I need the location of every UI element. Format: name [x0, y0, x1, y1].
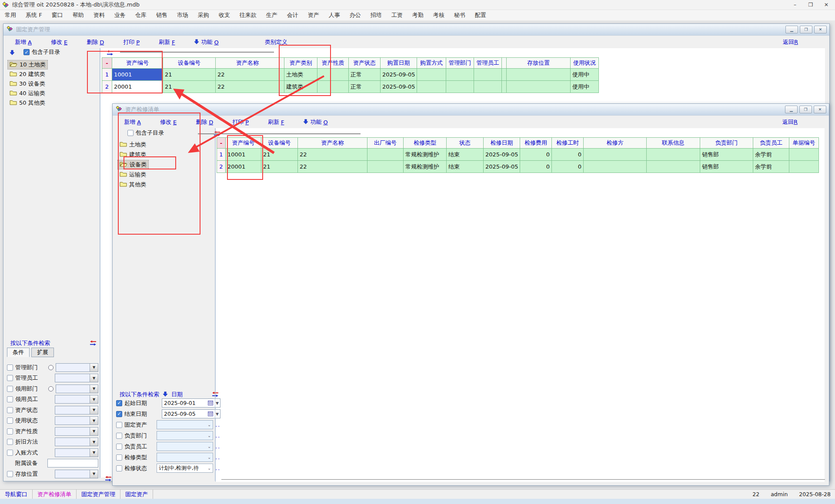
chevron-down-icon[interactable]: ▼: [216, 412, 219, 416]
combo-box[interactable]: ▼: [55, 395, 98, 404]
dropdown-arrow-icon[interactable]: ▼: [90, 385, 98, 393]
table-cell[interactable]: [506, 80, 571, 93]
table-cell[interactable]: 22: [297, 148, 367, 161]
dropdown-arrow-icon[interactable]: ▼: [90, 438, 98, 446]
checkbox-icon[interactable]: [7, 386, 13, 392]
window1-toolbar-O[interactable]: 功能O: [194, 38, 218, 46]
table-cell[interactable]: 正常: [348, 68, 381, 81]
table-cell[interactable]: 0: [520, 148, 552, 161]
table-cell[interactable]: 结束: [446, 148, 484, 161]
tab-0[interactable]: 条件: [7, 348, 30, 357]
checkbox-icon[interactable]: [7, 365, 13, 371]
dropdown-arrow-icon[interactable]: ▼: [90, 449, 98, 457]
dropdown-arrow-icon[interactable]: ▼: [90, 428, 98, 435]
table-cell[interactable]: [583, 148, 647, 161]
table-cell[interactable]: [506, 68, 571, 81]
window2-toolbar-E[interactable]: 修改E: [160, 118, 177, 126]
checkbox-icon[interactable]: [7, 407, 13, 413]
menu-item-1[interactable]: 系统 F: [21, 10, 47, 20]
combo-box[interactable]: ▼: [55, 438, 98, 446]
table-cell[interactable]: 0: [520, 160, 552, 173]
column-header[interactable]: 负责部门: [700, 137, 753, 149]
pane-separator[interactable]: [100, 48, 100, 478]
table-cell[interactable]: [317, 80, 349, 93]
column-header[interactable]: 状态: [446, 137, 484, 149]
menu-item-21[interactable]: 秘书: [449, 10, 470, 20]
column-header[interactable]: 资产类别: [284, 57, 317, 69]
table-cell[interactable]: 0: [551, 148, 584, 161]
radio-icon[interactable]: [48, 386, 53, 391]
window2-tree-item-0[interactable]: 土地类: [118, 140, 148, 149]
more-button[interactable]: ..: [215, 444, 220, 450]
window1-toolbar-A[interactable]: 新增A: [15, 38, 32, 46]
table-cell[interactable]: [367, 148, 404, 161]
dropdown-arrow-icon[interactable]: ▼: [90, 417, 98, 424]
window2-toolbar-O[interactable]: 功能O: [303, 118, 327, 126]
date-input[interactable]: 2025-09-05▼: [162, 409, 220, 418]
menu-item-12[interactable]: 生产: [261, 10, 282, 20]
menu-item-10[interactable]: 收支: [214, 10, 235, 20]
status-tab-2[interactable]: 固定资产管理: [77, 490, 120, 499]
column-header[interactable]: 检修方: [583, 137, 647, 149]
table-cell[interactable]: 使用中: [570, 68, 599, 81]
menu-item-7[interactable]: 销售: [151, 10, 172, 20]
table-cell[interactable]: 建筑类: [284, 80, 317, 93]
table-cell[interactable]: 21: [163, 68, 216, 81]
menu-item-4[interactable]: 资料: [89, 10, 110, 20]
checkbox-icon[interactable]: [7, 450, 13, 456]
checkbox-icon[interactable]: [116, 465, 122, 471]
combo-box[interactable]: ▼: [55, 448, 98, 457]
checkbox-icon[interactable]: [116, 422, 122, 428]
checkbox-icon[interactable]: [7, 396, 13, 402]
checkbox-icon[interactable]: [116, 433, 122, 439]
table-cell[interactable]: [446, 80, 474, 93]
checkbox-icon[interactable]: [7, 418, 13, 424]
table-cell[interactable]: 2025-09-05: [483, 160, 520, 173]
table-cell[interactable]: 22: [297, 160, 367, 173]
window2-toolbar-P[interactable]: 打印P: [232, 118, 249, 126]
table-cell[interactable]: 余学前: [753, 148, 789, 161]
window2-toolbar-D[interactable]: 删除D: [196, 118, 213, 126]
combo-box[interactable]: ▼: [56, 363, 98, 372]
table-cell[interactable]: [317, 68, 349, 81]
dropdown-arrow-icon[interactable]: ▼: [90, 470, 98, 478]
column-header[interactable]: 负责员工: [753, 137, 789, 149]
window1-toolbar-E[interactable]: 修改E: [51, 38, 67, 46]
window1-tree-item-1[interactable]: 20 建筑类: [8, 70, 47, 79]
table-cell[interactable]: [646, 160, 700, 173]
checkbox-icon[interactable]: [7, 375, 13, 381]
combo-box[interactable]: ▼: [56, 385, 98, 393]
radio-icon[interactable]: [48, 365, 53, 370]
window2-tree-item-2[interactable]: 设备类: [118, 160, 148, 169]
window1-toolbar-D[interactable]: 删除D: [87, 38, 104, 46]
table-cell[interactable]: 余学前: [753, 160, 789, 173]
window2-grip-line[interactable]: [198, 133, 361, 134]
window-close-button[interactable]: ✕: [814, 106, 826, 113]
table-cell[interactable]: [474, 80, 502, 93]
table-cell[interactable]: 22: [215, 68, 280, 81]
checkbox-icon[interactable]: ✓: [23, 49, 30, 55]
combo-box[interactable]: ⌄: [157, 431, 213, 440]
window1-tree-item-2[interactable]: 30 设备类: [8, 80, 47, 88]
dropdown-arrow-icon[interactable]: ▼: [90, 395, 98, 403]
combo-box[interactable]: 计划中,检测中,待⌄: [157, 464, 213, 473]
window1-include-sub-checkbox[interactable]: ✓包含子目录: [23, 48, 60, 56]
column-header[interactable]: 资产状态: [348, 57, 381, 69]
table-cell[interactable]: [789, 160, 819, 173]
checkbox-icon[interactable]: [116, 454, 122, 461]
window2-tree-item-4[interactable]: 其他类: [118, 180, 148, 189]
column-header[interactable]: 使用状况: [570, 57, 599, 69]
table-cell[interactable]: 土地类: [284, 68, 317, 81]
table-cell[interactable]: [367, 160, 404, 173]
window1-tree-item-4[interactable]: 50 其他类: [8, 99, 47, 107]
column-header[interactable]: 出厂编号: [367, 137, 404, 149]
table-cell[interactable]: 常规检测维护: [403, 148, 447, 161]
window2-include-sub-checkbox[interactable]: 包含子目录: [127, 129, 164, 137]
close-button[interactable]: ✕: [818, 0, 834, 9]
window1-return-button[interactable]: 返回R: [783, 38, 798, 46]
window2-return-button[interactable]: 返回R: [782, 118, 798, 126]
window1-tree-item-3[interactable]: 40 运输类: [8, 89, 47, 98]
table-cell[interactable]: [446, 68, 474, 81]
table-cell[interactable]: 21: [261, 148, 298, 161]
menu-item-20[interactable]: 考核: [428, 10, 449, 20]
